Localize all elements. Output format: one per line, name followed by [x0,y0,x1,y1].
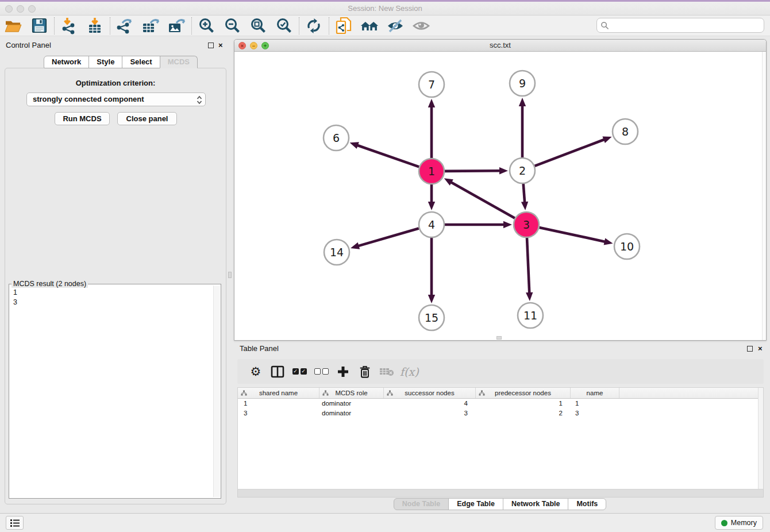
clone-network-button[interactable] [334,17,353,35]
canvas-resize-handle[interactable] [496,336,502,340]
column-header-MCDS-role[interactable]: MCDS role [319,388,384,398]
table-cell[interactable]: 2 [476,410,571,417]
zoom-in-button[interactable] [197,17,215,35]
show-panels-button[interactable] [6,516,24,530]
run-mcds-button[interactable]: Run MCDS [55,112,110,125]
table-cell[interactable]: dominator [319,410,384,417]
column-header-predecessor-nodes[interactable]: predecessor nodes [476,388,571,398]
graph-node-10[interactable]: 10 [614,234,640,259]
result-scrollbar[interactable] [213,286,220,497]
close-panel-button[interactable]: Close panel [117,112,177,125]
hide-selected-button[interactable] [386,17,405,35]
search-field[interactable] [596,18,764,33]
graph-node-11[interactable]: 11 [518,303,543,328]
graph-node-9[interactable]: 9 [510,71,535,96]
network-minimize-button[interactable]: − [250,42,257,49]
graph-node-3[interactable]: 3 [514,212,539,237]
graph-edge-3-1[interactable] [444,178,515,218]
delete-column-button[interactable] [356,362,374,381]
close-panel-icon[interactable]: × [758,344,763,353]
graph-edge-1-6[interactable] [350,142,419,167]
checked-box-icon: ✓ [301,368,307,375]
graph-node-2[interactable]: 2 [510,158,535,183]
network-scrollbar[interactable] [762,52,766,340]
open-session-button[interactable] [4,17,22,35]
tab-network[interactable]: Network [44,56,89,68]
apply-layout-button[interactable] [305,17,323,35]
show-columns-button[interactable] [269,362,286,381]
splitter-handle[interactable] [228,272,232,278]
network-close-button[interactable]: × [238,42,246,49]
graph-edge-4-15[interactable] [428,238,435,303]
first-neighbors-button[interactable] [360,17,379,35]
table-row[interactable]: 3dominator323 [238,408,763,418]
table-cell[interactable]: 1 [476,400,571,407]
show-all-button[interactable] [412,17,430,35]
table-cell[interactable]: 3 [384,410,476,417]
graph-node-7[interactable]: 7 [419,72,444,97]
search-input[interactable] [611,21,764,30]
deselect-all-columns-button[interactable] [313,362,330,381]
graph-edge-1-4[interactable] [428,184,435,210]
graph-edge-4-14[interactable] [351,228,419,249]
tab-node-table[interactable]: Node Table [394,498,449,510]
graph-node-8[interactable]: 8 [613,119,638,144]
tab-motifs[interactable]: Motifs [568,498,606,510]
app-minimize-button[interactable] [17,5,24,13]
graph-edge-4-3[interactable] [445,221,512,228]
graph-edge-1-7[interactable] [428,99,435,158]
float-panel-icon[interactable] [208,43,214,48]
node-table[interactable]: shared nameMCDS rolesuccessor nodesprede… [237,387,764,489]
zoom-fit-button[interactable] [249,17,267,35]
network-zoom-button[interactable]: + [261,42,269,49]
graph-edge-3-10[interactable] [539,228,613,245]
tab-network-table[interactable]: Network Table [503,498,569,510]
graph-node-1[interactable]: 1 [419,159,444,184]
app-zoom-button[interactable] [28,5,36,13]
import-table-button[interactable] [86,17,104,35]
export-image-button[interactable] [167,17,186,35]
graph-node-6[interactable]: 6 [324,125,349,151]
column-header-name[interactable]: name [571,388,619,398]
tab-mcds[interactable]: MCDS [160,56,198,68]
table-mode-button[interactable]: ⚙ [247,362,264,381]
table-cell[interactable]: 3 [571,410,619,417]
tab-select[interactable]: Select [122,56,160,68]
checked-box-icon: ✓ [292,368,299,375]
create-column-button[interactable] [334,362,352,381]
network-canvas[interactable]: 7968124314101511 [234,52,766,340]
column-header-shared-name[interactable]: shared name [238,388,319,398]
table-cell[interactable]: 3 [238,410,319,417]
graph-edge-2-8[interactable] [535,136,612,165]
column-header-successor-nodes[interactable]: successor nodes [384,388,476,398]
app-close-button[interactable] [5,5,13,13]
export-table-button[interactable] [141,17,160,35]
save-session-button[interactable] [30,17,48,35]
close-panel-icon[interactable]: × [218,41,223,49]
zoom-out-button[interactable] [223,17,241,35]
network-graph[interactable]: 7968124314101511 [234,52,762,340]
table-cell[interactable]: 4 [384,400,476,407]
table-cell[interactable]: 1 [238,400,319,407]
float-panel-icon[interactable] [747,346,753,352]
graph-edge-2-9[interactable] [519,98,526,157]
select-all-columns-button[interactable]: ✓ ✓ [291,362,308,381]
graph-edge-2-3[interactable] [521,184,528,210]
memory-button[interactable]: Memory [715,516,763,530]
table-cell[interactable]: 1 [571,400,619,407]
network-window-titlebar[interactable]: × − + scc.txt [234,40,766,52]
graph-node-15[interactable]: 15 [419,305,444,330]
export-network-button[interactable] [116,17,134,35]
zoom-selected-button[interactable] [275,17,293,35]
graph-edge-1-2[interactable] [445,167,508,174]
graph-node-4[interactable]: 4 [419,212,444,237]
tab-style[interactable]: Style [88,56,122,68]
tab-edge-table[interactable]: Edge Table [448,498,503,510]
graph-edge-3-11[interactable] [526,238,533,301]
table-row[interactable]: 1dominator411 [238,399,763,408]
table-scrollbar[interactable] [758,388,763,489]
table-cell[interactable]: dominator [319,400,384,407]
import-network-button[interactable] [60,17,78,35]
criterion-dropdown[interactable]: strongly connected component [26,92,206,106]
graph-node-14[interactable]: 14 [324,240,349,265]
